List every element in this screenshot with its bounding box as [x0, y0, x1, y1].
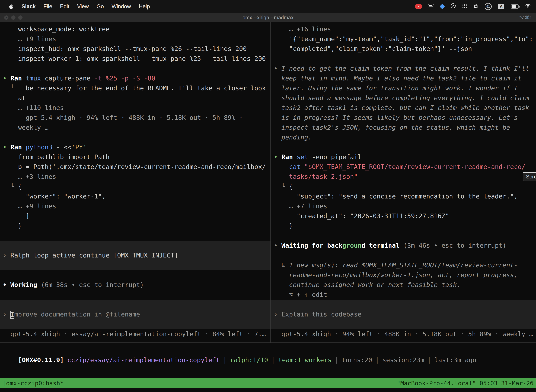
terminal-line: … +9 lines	[0, 34, 270, 44]
terminal-line: pending.	[271, 132, 536, 142]
waiting-status-line: • Waiting for background terminal (3m 46…	[271, 241, 536, 250]
terminal-line: … +9 lines	[0, 201, 270, 211]
terminal-line: "subject": "send a concise recommendatio…	[271, 191, 536, 201]
window-title: omx --xhigh --madmax	[0, 13, 536, 22]
terminal-line: should send a message before completing …	[271, 93, 536, 103]
separator: |	[223, 356, 227, 364]
terminal-line: '{"team_name":"my-team","task_id":"1","f…	[271, 34, 536, 44]
terminal-line: inspect_worker-1: omx sparkshell --tmux-…	[0, 54, 270, 64]
working-status-line: • Working (6m 38s • esc to interrupt)	[0, 280, 270, 290]
terminal-line: └ {	[271, 182, 536, 191]
terminal-line: … +7 lines	[271, 201, 536, 211]
terminal-line: • Ran tmux capture-pane -t %25 -p -S -80	[0, 73, 270, 83]
terminal-line	[0, 260, 270, 270]
menu-window[interactable]: Window	[108, 3, 135, 10]
terminal-line	[271, 231, 536, 241]
terminal-line	[0, 231, 270, 241]
terminal-line: ]	[0, 211, 270, 221]
terminal-line	[0, 64, 270, 73]
dots-grid-icon[interactable]	[462, 3, 467, 10]
window-title-bar[interactable]: × omx --xhigh --madmax ⌥⌘1	[0, 13, 536, 22]
terminal-line: gpt-5.4 xhigh · 94% left · 488K in · 5.1…	[0, 113, 270, 123]
terminal-line: … +3 lines	[0, 172, 270, 182]
terminal-line: … +110 lines	[0, 103, 270, 113]
tmux-host-time: "MacBook-Pro-44.local" 05:03 31-Mar-26	[397, 378, 534, 388]
terminal-line: … +16 lines	[271, 24, 536, 34]
omx-version: [OMX#0.11.9]	[18, 356, 64, 364]
terminal-line	[271, 250, 536, 260]
terminal-line: "created_at": "2026-03-31T11:59:27.816Z"	[271, 211, 536, 221]
terminal-line: ⌥ + ↑ edit	[271, 290, 536, 300]
screen-tooltip: Scre	[523, 172, 536, 181]
terminal-line: continue assigned work or next feasible …	[271, 280, 536, 290]
injected-prompt-line: › Ralph loop active continue [OMX_TMUX_I…	[0, 250, 270, 260]
terminal-line	[0, 290, 270, 300]
text-cursor: I	[10, 311, 14, 319]
terminal-line: • I need to get the claim token from the…	[271, 64, 536, 73]
model-status-line: gpt-5.4 xhigh · 94% left · 488K in · 5.1…	[271, 329, 536, 339]
terminal-line	[271, 319, 536, 329]
terminal-line	[0, 241, 270, 250]
terminal-line: at	[0, 93, 270, 103]
terminal-pane-left[interactable]: workspace_mode: worktree … +9 lines insp…	[0, 22, 270, 342]
terminal-line: task2 after task1 is complete, but can I…	[271, 103, 536, 113]
terminal-line	[0, 132, 270, 142]
terminal-line	[271, 300, 536, 309]
wifi-icon[interactable]	[525, 3, 531, 10]
battery-percentage-icon[interactable]: 61	[485, 3, 492, 10]
terminal-line	[0, 270, 270, 280]
terminal-line	[271, 142, 536, 152]
terminal-pane-right[interactable]: … +16 lines '{"team_name":"my-team","tas…	[271, 22, 536, 342]
menu-bar-left: Slack File Edit View Go Window Help	[5, 3, 154, 10]
terminal-line: later. Using the same for transition mig…	[271, 83, 536, 93]
menu-edit[interactable]: Edit	[56, 3, 73, 10]
menu-help[interactable]: Help	[135, 3, 154, 10]
terminal-line	[0, 319, 270, 329]
menu-app-name[interactable]: Slack	[18, 3, 40, 10]
menu-view[interactable]: View	[73, 3, 93, 10]
terminal-line: is in progress? It seems likely but perh…	[271, 113, 536, 123]
menu-go[interactable]: Go	[93, 3, 108, 10]
ghost-icon[interactable]	[474, 3, 478, 10]
tmux-status-bar[interactable]: [omx-cczip0:bash* "MacBook-Pro-44.local"…	[0, 378, 536, 388]
input-source-icon[interactable]: A	[498, 4, 504, 9]
compass-icon[interactable]	[450, 3, 456, 10]
terminal-line: • Ran python3 - <<'PY'	[0, 142, 270, 152]
omx-team-workers: team:1 workers	[278, 356, 331, 364]
omx-ralph-count: ralph:1/10	[230, 356, 268, 364]
separator: |	[427, 356, 431, 364]
terminal-line: • Ran set -euo pipefail	[271, 152, 536, 162]
terminal-line: "worker": "worker-1",	[0, 191, 270, 201]
apple-menu[interactable]	[5, 4, 18, 9]
terminal-line: inspect task2's JSON, focusing on the st…	[271, 123, 536, 132]
menu-file[interactable]: File	[40, 3, 56, 10]
terminal-line: ↳ 1 new msg(s): read $OMX_TEAM_STATE_ROO…	[271, 260, 536, 270]
keyboard-icon[interactable]	[428, 3, 434, 10]
screen-recording-indicator-icon[interactable]	[415, 4, 422, 9]
terminal-line: weekly …	[0, 123, 270, 132]
battery-icon[interactable]	[511, 5, 519, 9]
terminal: workspace_mode: worktree … +9 lines insp…	[0, 22, 536, 342]
model-status-line: gpt-5.4 xhigh · essay/ai-reimplementatio…	[0, 329, 270, 339]
omx-last-activity: last:3m ago	[434, 356, 476, 364]
window-shortcut-hint: ⌥⌘1	[519, 13, 532, 22]
menu-bar-status-icons: 61 A	[415, 3, 531, 10]
omx-status-line: [OMX#0.11.9]cczip/essay/ai-reimplementat…	[0, 342, 536, 371]
terminal-line: }	[0, 221, 270, 231]
terminal-line: tasks/task-2.json"	[271, 172, 536, 182]
terminal-line: └ {	[0, 182, 270, 191]
terminal-line: "completed","claim_token":"claim-token"}…	[271, 44, 536, 54]
raycast-icon[interactable]	[440, 5, 444, 9]
screen: Slack File Edit View Go Window Help 61	[0, 0, 536, 392]
separator: |	[375, 356, 379, 364]
terminal-line: }	[271, 221, 536, 231]
omx-turns: turns:20	[342, 356, 372, 364]
prompt-input-left[interactable]: › Improve documentation in @filename	[0, 309, 270, 319]
prompt-input-right[interactable]: › Explain this codebase	[271, 309, 536, 319]
apple-logo	[9, 4, 14, 9]
terminal-line: inspect_hud: omx sparkshell --tmux-pane …	[0, 44, 270, 54]
terminal-line	[271, 54, 536, 64]
terminal-line	[0, 300, 270, 309]
omx-session-time: session:23m	[382, 356, 424, 364]
tmux-session-name: [omx-cczip0:bash*	[2, 378, 64, 388]
